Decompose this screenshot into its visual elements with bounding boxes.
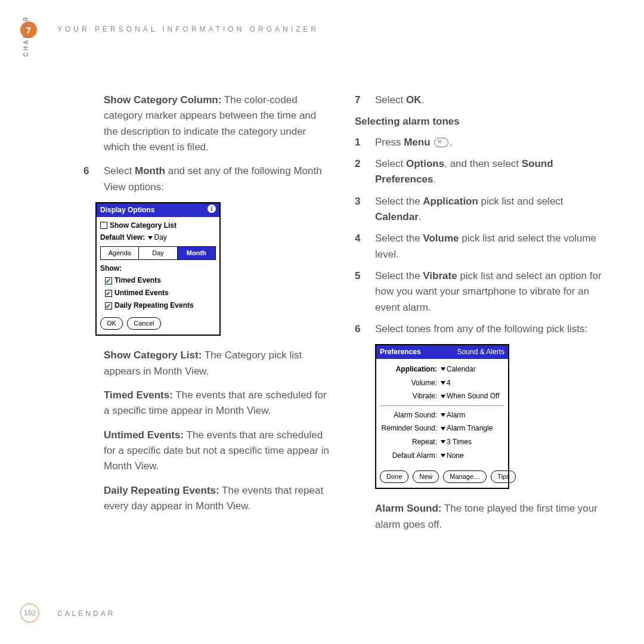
s3-bold2: Calendar xyxy=(375,211,419,222)
untimed-events-term: Untimed Events: xyxy=(104,429,184,441)
step-number: 1 xyxy=(355,135,375,150)
tips-button[interactable]: Tips xyxy=(491,470,516,483)
show-label: Show: xyxy=(100,262,216,275)
dropdown-icon[interactable] xyxy=(441,395,445,398)
step-number: 6 xyxy=(83,163,104,195)
preferences-title: Preferences xyxy=(380,346,421,358)
divider xyxy=(380,405,504,406)
dropdown-icon[interactable] xyxy=(441,367,445,371)
untimed-events-checkbox[interactable] xyxy=(105,290,112,297)
show-category-list-term: Show Category List: xyxy=(104,349,202,361)
ok-button[interactable]: OK xyxy=(100,317,123,330)
s3-bold1: Application xyxy=(423,196,478,207)
s1-b: . xyxy=(450,137,453,148)
s5-a: Select the xyxy=(375,270,423,281)
dropdown-icon[interactable] xyxy=(441,454,445,457)
timed-events-term: Timed Events: xyxy=(104,389,173,401)
s5-bold: Vibrate xyxy=(423,270,457,281)
repeat-value[interactable]: 3 Times xyxy=(447,436,472,448)
footer-title: CALENDAR xyxy=(57,609,115,618)
step-number: 2 xyxy=(355,156,375,188)
step-number: 3 xyxy=(355,194,375,225)
vibrate-label: Vibrate: xyxy=(380,391,439,402)
step6-text-a: Select xyxy=(104,165,135,177)
application-value[interactable]: Calendar xyxy=(447,364,476,375)
step-number: 5 xyxy=(355,268,375,315)
untimed-events-label: Untimed Events xyxy=(114,289,169,297)
application-label: Application: xyxy=(380,364,439,375)
manage-button[interactable]: Manage… xyxy=(443,470,487,483)
show-category-column-label: Show Category Column: xyxy=(104,94,221,106)
reminder-sound-label: Reminder Sound: xyxy=(380,423,439,434)
dropdown-icon[interactable] xyxy=(441,381,445,385)
dropdown-icon[interactable] xyxy=(148,236,153,240)
s1-bold: Menu xyxy=(404,137,430,148)
left-column: Show Category Column: The color-coded ca… xyxy=(83,92,331,541)
dropdown-icon[interactable] xyxy=(441,440,445,444)
daily-repeating-term: Daily Repeating Events: xyxy=(104,485,219,496)
s6-text: Select tones from any of the following p… xyxy=(375,321,602,337)
step7-b: . xyxy=(421,94,424,106)
daily-repeating-label: Daily Repeating Events xyxy=(114,301,194,309)
s4-bold: Volume xyxy=(423,233,459,244)
done-button[interactable]: Done xyxy=(380,470,408,483)
dropdown-icon[interactable] xyxy=(441,413,445,417)
tab-day[interactable]: Day xyxy=(139,247,177,259)
chapter-side-label: CHAPTER xyxy=(23,16,29,57)
daily-repeating-checkbox[interactable] xyxy=(105,302,112,309)
s3-a: Select the xyxy=(375,196,423,207)
s2-bold1: Options xyxy=(406,158,444,169)
alarm-sound-label: Alarm Sound: xyxy=(380,410,439,421)
vibrate-value[interactable]: When Sound Off xyxy=(447,391,500,402)
s1-a: Press xyxy=(375,137,404,148)
page-number-badge: 162 xyxy=(20,603,39,623)
s3-end: . xyxy=(419,211,422,222)
cancel-button[interactable]: Cancel xyxy=(127,317,160,330)
selecting-alarm-tones-heading: Selecting alarm tones xyxy=(355,114,602,129)
display-options-dialog: Display Options i Show Category List Def… xyxy=(95,202,221,336)
right-column: 7 Select OK. Selecting alarm tones 1 Pre… xyxy=(355,92,602,541)
show-category-list-label: Show Category List xyxy=(110,221,177,230)
show-category-list-checkbox[interactable] xyxy=(100,222,107,229)
tab-agenda[interactable]: Agenda xyxy=(101,247,139,259)
default-alarm-label: Default Alarm: xyxy=(380,450,439,462)
volume-value[interactable]: 4 xyxy=(447,377,451,389)
info-icon[interactable]: i xyxy=(208,205,216,213)
step-number: 7 xyxy=(355,92,375,108)
step-number: 6 xyxy=(355,321,375,337)
dialog-title: Display Options xyxy=(100,205,154,216)
timed-events-label: Timed Events xyxy=(114,276,161,284)
repeat-label: Repeat: xyxy=(380,436,439,448)
default-view-value[interactable]: Day xyxy=(154,233,166,242)
s2-end: . xyxy=(433,174,436,185)
dropdown-icon[interactable] xyxy=(441,427,445,431)
s4-a: Select the xyxy=(375,233,423,244)
header-title: YOUR PERSONAL INFORMATION ORGANIZER xyxy=(57,25,319,33)
volume-label: Volume: xyxy=(380,377,439,389)
s2-a: Select xyxy=(375,158,406,169)
preferences-dialog: Preferences Sound & Alerts Application: … xyxy=(375,344,509,489)
s3-mid: pick list and select xyxy=(478,196,564,207)
alarm-sound-value[interactable]: Alarm xyxy=(447,410,465,421)
step-number: 4 xyxy=(355,231,375,262)
default-alarm-value[interactable]: None xyxy=(447,450,464,462)
preferences-category[interactable]: Sound & Alerts xyxy=(457,346,504,358)
timed-events-checkbox[interactable] xyxy=(105,277,112,284)
s2-mid: , and then select xyxy=(444,158,521,169)
tab-month[interactable]: Month xyxy=(178,247,215,259)
step7-bold: OK xyxy=(406,94,422,106)
new-button[interactable]: New xyxy=(413,470,439,483)
step6-bold: Month xyxy=(135,165,165,177)
step7-a: Select xyxy=(375,94,406,106)
view-tabs: Agenda Day Month xyxy=(100,246,216,260)
reminder-sound-value[interactable]: Alarm Triangle xyxy=(447,423,493,434)
default-view-label: Default View: xyxy=(100,233,145,242)
menu-icon xyxy=(434,138,448,147)
alarm-sound-term: Alarm Sound: xyxy=(375,503,441,514)
